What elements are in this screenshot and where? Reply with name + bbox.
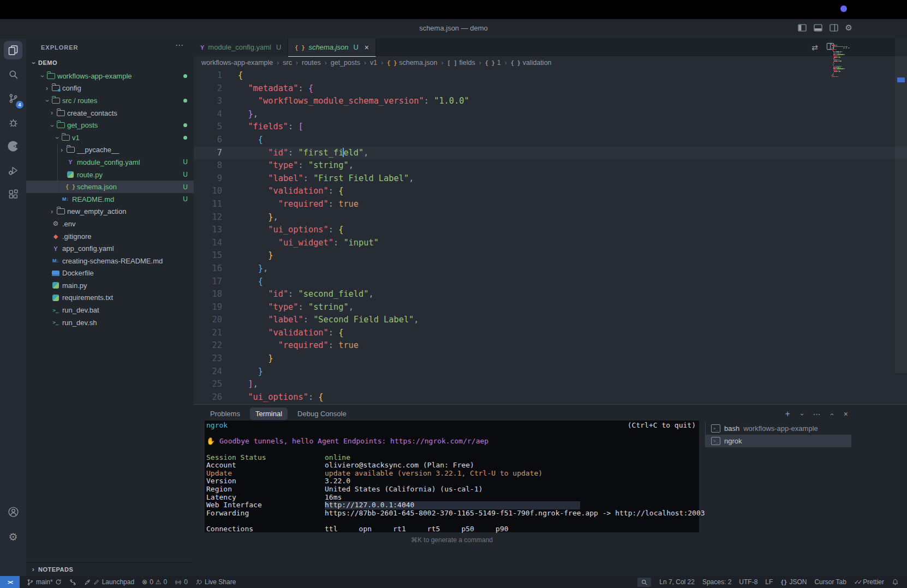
tree-item-readme-md[interactable]: M↓README.mdU: [26, 193, 194, 206]
tree-item-dockerfile[interactable]: Dockerfile: [26, 267, 194, 280]
notifications-bell-icon[interactable]: [888, 579, 903, 586]
git-branch-item[interactable]: main*: [23, 578, 65, 586]
tree-item-requirements-txt[interactable]: requirements.txt: [26, 292, 194, 304]
tree-item-v1[interactable]: ›v1: [26, 131, 194, 144]
live-share-item[interactable]: Live Share: [192, 578, 240, 586]
breadcrumb-src[interactable]: src: [283, 59, 292, 67]
tab-schema-json[interactable]: { }schema.jsonU×: [288, 38, 376, 57]
code-editor[interactable]: 1{2"metadata": {3"workflows_module_schem…: [194, 69, 907, 404]
debug-icon[interactable]: [0, 110, 26, 134]
tree-item-route-py[interactable]: route.pyU: [26, 169, 194, 181]
tab-git-badge: U: [353, 43, 358, 51]
code-line-19: 19"type": "string",: [194, 301, 907, 314]
scrollbar-decoration: [897, 77, 905, 82]
terminal-output[interactable]: ngrok(Ctrl+C to quit)✋ Goodbye tunnels, …: [205, 421, 699, 532]
search-status-icon[interactable]: [637, 578, 651, 587]
file-tree: ›workflows-app-example›config›src / rout…: [26, 70, 194, 328]
breadcrumb-1[interactable]: { }1: [485, 59, 501, 67]
editor-scrollbar[interactable]: [895, 38, 907, 373]
tree-item-config[interactable]: ›config: [26, 82, 194, 95]
remote-indicator[interactable]: ><: [0, 576, 20, 588]
terminal-dropdown-icon[interactable]: ›: [798, 412, 806, 417]
account-icon[interactable]: [0, 500, 26, 524]
tree-item-run-dev-sh[interactable]: >_run_dev.sh: [26, 316, 194, 329]
breadcrumb-get-posts[interactable]: get_posts: [331, 59, 360, 67]
settings-gear-icon[interactable]: ⚙: [845, 24, 852, 32]
tree-item-create-contacts[interactable]: ›create_contacts: [26, 107, 194, 119]
panel-tab-debug-console[interactable]: Debug Console: [292, 407, 352, 420]
tree-item-main-py[interactable]: main.py: [26, 279, 194, 292]
ports-item[interactable]: 0: [171, 578, 192, 586]
tree-item--pycache-[interactable]: ›__pycache__: [26, 144, 194, 157]
tree-item-src-routes[interactable]: ›src / routes: [26, 94, 194, 107]
panel-tab-problems[interactable]: Problems: [205, 407, 246, 420]
terminal-ai-hint: ⌘K to generate a command: [205, 536, 699, 544]
tree-item-schema-json[interactable]: { }schema.jsonU: [26, 181, 194, 193]
breadcrumb-label: fields: [459, 59, 475, 67]
indentation-item[interactable]: Spaces: 2: [699, 578, 735, 586]
chevron-right-icon: ›: [48, 208, 56, 215]
terminal-status-row: Version3.22.0: [206, 477, 699, 485]
terminal-instance-ngrok[interactable]: >_ngrok: [705, 435, 851, 447]
run-debug-alt-icon[interactable]: [0, 158, 26, 182]
breadcrumb-validation[interactable]: { }validation: [511, 59, 552, 67]
extension-logo-icon[interactable]: [0, 134, 26, 158]
toggle-secondary-sidebar-icon[interactable]: [830, 24, 838, 32]
breadcrumb-label: get_posts: [331, 59, 360, 67]
close-panel-icon[interactable]: ×: [844, 410, 848, 418]
warning-icon: ⚠: [156, 578, 162, 586]
tree-item-workflows-app-example[interactable]: ›workflows-app-example: [26, 70, 194, 82]
extensions-icon[interactable]: [0, 182, 26, 206]
cursor-position-item[interactable]: Ln 7, Col 22: [655, 578, 699, 586]
formatter-item[interactable]: ✓✓ Prettier: [850, 578, 888, 586]
code-line-15: 15}: [194, 249, 907, 262]
encoding-item[interactable]: UTF-8: [735, 578, 761, 586]
tree-item-label: src / routes: [62, 97, 97, 105]
explorer-icon[interactable]: [0, 38, 26, 62]
breadcrumb-schema-json[interactable]: { }schema.json: [387, 59, 437, 67]
code-line-10: 10"validation": {: [194, 185, 907, 198]
notepads-section-header[interactable]: › NOTEPADS: [26, 562, 194, 576]
breadcrumb-routes[interactable]: routes: [302, 59, 321, 67]
terminal-command-line: ngrok(Ctrl+C to quit): [206, 422, 699, 430]
tree-item-run-dev-bat[interactable]: >_run_dev.bat: [26, 304, 194, 316]
tree-item--gitignore[interactable]: ◆.gitignore: [26, 230, 194, 243]
breadcrumb-workflows-app-example[interactable]: workflows-app-example: [201, 59, 273, 67]
manage-gear-icon[interactable]: ⚙: [0, 525, 26, 549]
workspace-section-header[interactable]: › DEMO: [26, 56, 194, 69]
tab-module-config-yaml[interactable]: Ymodule_config.yamlU: [194, 38, 288, 56]
panel-more-actions-icon[interactable]: ⋯: [813, 410, 821, 418]
terminal-status-row: Accountoliviero@stacksync.com (Plan: Fre…: [206, 461, 699, 470]
problems-item[interactable]: ⊗0 ⚠0: [138, 578, 171, 586]
new-terminal-icon[interactable]: +: [785, 409, 790, 419]
git-graph-item[interactable]: [65, 579, 80, 586]
tree-item-get-posts[interactable]: ›get_posts: [26, 119, 194, 131]
tree-item--env[interactable]: ⚙.env: [26, 218, 194, 230]
language-mode-item[interactable]: {} JSON: [777, 578, 810, 586]
line-number: 12: [194, 211, 222, 224]
close-tab-icon[interactable]: ×: [365, 43, 369, 52]
panel-tab-bar: ProblemsTerminalDebug Console: [205, 407, 352, 420]
explorer-more-actions-icon[interactable]: ⋯: [175, 40, 184, 50]
search-icon[interactable]: [0, 62, 26, 86]
tree-item-app-config-yaml[interactable]: Yapp_config.yaml: [26, 242, 194, 255]
tree-item-new-empty-action[interactable]: ›new_empty_action: [26, 206, 194, 218]
tree-item-creating-schemas-readme-md[interactable]: M↓creating-schemas-README.md: [26, 255, 194, 267]
toggle-panel-icon[interactable]: [814, 24, 822, 32]
panel-tab-terminal[interactable]: Terminal: [250, 407, 288, 420]
vscode-window: schema.json — demo ⚙ 4: [0, 0, 907, 588]
eol-item[interactable]: LF: [761, 578, 777, 586]
launchpad-item[interactable]: Launchpad: [80, 578, 138, 586]
source-control-icon[interactable]: 4: [0, 86, 26, 110]
breadcrumb-fields[interactable]: [ ]fields: [447, 59, 475, 67]
compare-changes-icon[interactable]: ⇄: [811, 43, 818, 52]
code-line-17: 17{: [194, 275, 907, 289]
tree-item-module-config-yaml[interactable]: Ymodule_config.yamlU: [26, 156, 194, 169]
breadcrumb-v1[interactable]: v1: [370, 59, 377, 67]
maximize-panel-icon[interactable]: ›: [828, 412, 836, 417]
minimap[interactable]: [831, 44, 865, 77]
terminal-instance-bash[interactable]: >_bashworkflows-app-example: [705, 422, 851, 435]
toggle-primary-sidebar-icon[interactable]: [798, 24, 807, 32]
cursor-tab-item[interactable]: Cursor Tab: [810, 578, 850, 586]
code-line-6: 6{: [194, 134, 907, 147]
